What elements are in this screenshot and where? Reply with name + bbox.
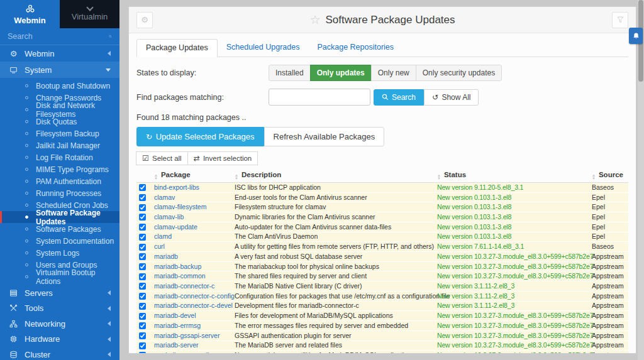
favorite-star-icon[interactable]: ☆: [309, 14, 320, 26]
state-button-installed[interactable]: Installed: [269, 65, 311, 81]
page-scrollbar[interactable]: [638, 0, 644, 360]
sidebar-item-bootup-and-shutdown[interactable]: Bootup and Shutdown: [0, 80, 119, 92]
row-checkbox[interactable]: [139, 273, 146, 280]
package-link[interactable]: clamav-filesystem: [154, 203, 206, 210]
row-checkbox[interactable]: [139, 204, 146, 211]
sidebar-item-log-file-rotation[interactable]: Log File Rotation: [0, 151, 119, 163]
package-link[interactable]: mariadb-common: [154, 272, 206, 280]
refresh-available-button[interactable]: Refresh Available Packages: [264, 127, 385, 146]
tab-virtualmin[interactable]: Virtualmin: [60, 0, 119, 28]
package-link[interactable]: mariadb-connector-c-config: [154, 292, 235, 300]
section-label: System: [25, 65, 52, 75]
sidebar-item-system-documentation[interactable]: System Documentation: [0, 235, 119, 247]
table-row: mariadb-develFiles for development of Ma…: [136, 311, 628, 321]
sidebar-section-cluster[interactable]: Cluster: [0, 347, 119, 360]
column-header-description[interactable]: ▲▼Description: [232, 169, 435, 183]
package-link[interactable]: clamav-lib: [154, 213, 184, 221]
row-checkbox[interactable]: [139, 293, 146, 300]
sort-icon: ▲▼: [154, 174, 158, 180]
row-checkbox[interactable]: [139, 332, 146, 339]
package-link[interactable]: mariadb-backup: [154, 263, 201, 270]
search-button[interactable]: Search: [374, 89, 424, 106]
notifications-button[interactable]: [629, 28, 643, 44]
row-checkbox[interactable]: [139, 352, 146, 354]
row-checkbox[interactable]: [139, 244, 146, 251]
sidebar-section-system[interactable]: System: [0, 62, 119, 78]
package-link[interactable]: mariadb-server: [154, 341, 199, 349]
column-header-source[interactable]: ▲▼Source: [589, 169, 628, 183]
sidebar-item-mime-type-programs[interactable]: MIME Type Programs: [0, 163, 119, 175]
package-link[interactable]: mariadb-devel: [154, 312, 196, 319]
package-link[interactable]: mariadb-connector-c: [154, 282, 214, 290]
bell-icon: [632, 32, 640, 40]
tab-scheduled-upgrades[interactable]: Scheduled Upgrades: [218, 39, 309, 57]
sidebar-item-disk-and-network-filesystems[interactable]: Disk and Network Filesystems: [0, 104, 119, 116]
package-source: Epel: [589, 222, 628, 232]
sidebar-item-software-package-updates[interactable]: Software Package Updates: [0, 211, 119, 223]
row-checkbox[interactable]: [139, 313, 146, 320]
sidebar-item-label: Virtualmin Bootup Actions: [36, 268, 119, 286]
column-header-package[interactable]: ▲▼Package: [152, 169, 232, 183]
chevron-down-icon: [106, 68, 111, 72]
sidebar-item-system-logs[interactable]: System Logs: [0, 247, 119, 259]
bullet-icon: [25, 144, 28, 147]
sidebar-item-running-processes[interactable]: Running Processes: [0, 187, 119, 199]
state-button-only-new[interactable]: Only new: [371, 65, 416, 81]
bullet-icon: [25, 168, 28, 171]
package-link[interactable]: clamd: [154, 232, 172, 240]
tab-package-updates[interactable]: Package Updates: [136, 39, 218, 57]
sidebar-section-servers[interactable]: Servers: [0, 285, 119, 301]
sidebar-item-pam-authentication[interactable]: PAM Authentication: [0, 175, 119, 187]
package-link[interactable]: bind-export-libs: [154, 183, 199, 191]
sidebar-section-webmin[interactable]: ⚙Webmin: [0, 45, 119, 62]
column-header-status[interactable]: ▲▼Status: [435, 169, 589, 183]
state-button-only-security-updates[interactable]: Only security updates: [416, 65, 502, 81]
package-link[interactable]: mariadb-server-utils: [154, 351, 213, 354]
tab-webmin[interactable]: Webmin: [0, 0, 60, 28]
row-checkbox[interactable]: [139, 283, 146, 290]
tab-package-repositories[interactable]: Package Repositories: [308, 39, 402, 57]
show-all-button[interactable]: ↺ Show All: [424, 89, 479, 106]
gear-icon: ⚙: [9, 50, 18, 58]
refresh-icon: ↻: [146, 133, 152, 141]
bullet-icon: [25, 275, 28, 278]
state-button-only-updates[interactable]: Only updates: [310, 65, 372, 81]
row-checkbox[interactable]: [139, 194, 146, 201]
sidebar-item-label: MIME Type Programs: [36, 165, 109, 174]
chevron-down-icon: [86, 4, 93, 11]
package-link[interactable]: mariadb-connector-c-devel: [154, 302, 233, 309]
row-checkbox[interactable]: [139, 253, 146, 260]
package-link[interactable]: mariadb-errmsg: [154, 322, 201, 329]
package-link[interactable]: clamav: [154, 194, 175, 201]
row-checkbox[interactable]: [139, 303, 146, 310]
sidebar-section-tools[interactable]: Tools: [0, 301, 119, 317]
search-icon: [382, 94, 389, 101]
package-link[interactable]: curl: [154, 243, 165, 250]
sidebar-item-virtualmin-bootup-actions[interactable]: Virtualmin Bootup Actions: [0, 271, 119, 283]
row-checkbox[interactable]: [139, 322, 146, 329]
row-checkbox[interactable]: [139, 234, 146, 241]
row-checkbox[interactable]: [139, 224, 146, 231]
bullet-icon: [25, 251, 28, 254]
row-checkbox[interactable]: [139, 342, 146, 349]
package-link[interactable]: mariadb-gssapi-server: [154, 332, 219, 339]
row-checkbox[interactable]: [139, 214, 146, 221]
row-checkbox[interactable]: [139, 184, 146, 191]
package-status: New version 10.3.27-3.module_el8.3.0+599…: [435, 351, 589, 354]
table-row: mariadb-backupThe mariabackup tool for p…: [136, 261, 628, 271]
sidebar-item-jailkit-jail-manager[interactable]: Jailkit Jail Manager: [0, 139, 119, 151]
package-link[interactable]: mariadb: [154, 253, 178, 260]
filter-button[interactable]: [612, 12, 628, 28]
section-label: Servers: [25, 288, 53, 298]
select-all-button[interactable]: ☑ Select all: [136, 151, 188, 165]
search-input[interactable]: [8, 32, 109, 41]
sidebar-item-filesystem-backup[interactable]: Filesystem Backup: [0, 128, 119, 139]
sidebar-section-hardware[interactable]: Hardware: [0, 332, 119, 347]
package-link[interactable]: clamav-update: [154, 223, 197, 231]
row-checkbox[interactable]: [139, 263, 146, 270]
invert-selection-button[interactable]: ⇄ Invert selection: [187, 151, 258, 165]
find-packages-input[interactable]: [269, 89, 370, 106]
update-selected-button[interactable]: ↻ Update Selected Packages: [136, 127, 264, 146]
sidebar-section-networking[interactable]: Networking: [0, 316, 119, 332]
settings-button[interactable]: ⚙: [136, 12, 153, 28]
